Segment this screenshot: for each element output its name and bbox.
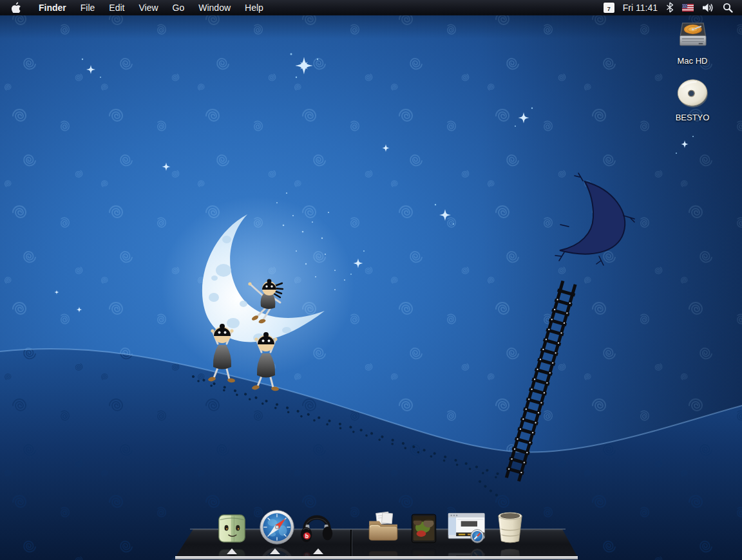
running-indicator <box>270 548 280 554</box>
bluetooth-icon <box>666 2 674 13</box>
headphones-icon <box>297 506 337 546</box>
dock-item-finder-box[interactable] <box>214 511 249 546</box>
hard-drive-icon <box>676 19 709 54</box>
finder-box-icon <box>214 511 249 546</box>
documents-folder-icon <box>365 510 401 546</box>
volume-menu-icon[interactable] <box>702 0 714 15</box>
apple-menu[interactable] <box>0 0 32 15</box>
menu-file[interactable]: File <box>73 0 102 15</box>
spotlight-menu-icon[interactable] <box>723 0 733 15</box>
us-flag-icon <box>682 4 694 12</box>
menu-view[interactable]: View <box>131 0 165 15</box>
volume-icon <box>702 3 714 13</box>
desktop-icon-label: Mac HD <box>678 56 708 66</box>
menu-go[interactable]: Go <box>166 0 192 15</box>
dock-separator <box>350 530 352 557</box>
dock-item-folder[interactable] <box>365 510 401 546</box>
safari-compass-icon <box>258 509 296 546</box>
dock-item-photo[interactable] <box>407 511 441 546</box>
desktop-icon-bestyo[interactable]: BESTYO <box>661 75 723 122</box>
wallpaper-art <box>0 0 742 560</box>
dock-item-safari[interactable] <box>258 509 296 546</box>
trash-bucket-icon <box>491 507 529 546</box>
bluetooth-menu-icon[interactable] <box>666 0 674 15</box>
menu-clock[interactable]: Fri 11:41 <box>623 3 658 13</box>
menu-edit[interactable]: Edit <box>102 0 131 15</box>
desktop-icon-machd[interactable]: Mac HD <box>661 19 723 66</box>
apple-logo-icon <box>12 2 21 13</box>
search-icon <box>723 3 733 13</box>
menu-help[interactable]: Help <box>238 0 271 15</box>
dock-item-trash[interactable] <box>491 507 529 546</box>
input-source-flag[interactable] <box>682 0 694 15</box>
menu-bar: Finder File Edit View Go Window Help 7 F… <box>0 0 742 15</box>
minimized-window-icon <box>445 507 490 546</box>
desktop: b <box>0 0 742 560</box>
dock <box>0 496 742 560</box>
dock-bottom-strip <box>175 556 578 559</box>
dock-item-headphones[interactable] <box>297 506 337 546</box>
disc-icon <box>674 75 711 111</box>
calendar-day: 7 <box>607 6 611 13</box>
menu-window[interactable]: Window <box>191 0 238 15</box>
running-indicator <box>313 548 323 554</box>
menu-finder[interactable]: Finder <box>32 0 73 15</box>
photo-thumbnail-icon <box>407 511 441 546</box>
dock-item-minimized-window[interactable] <box>445 507 490 546</box>
running-indicator <box>227 548 237 554</box>
desktop-icon-label: BESTYO <box>676 113 710 122</box>
calendar-menu-icon[interactable]: 7 <box>604 3 614 13</box>
